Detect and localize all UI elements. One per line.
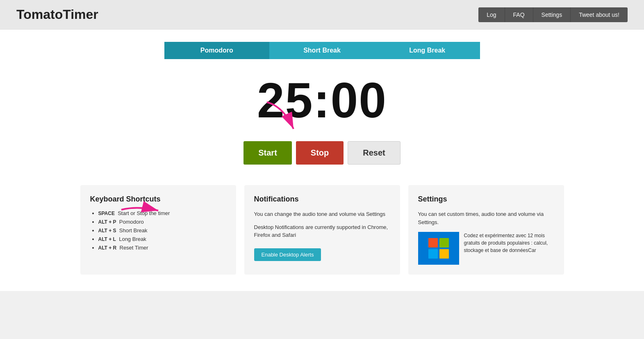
settings-info-card: Settings You can set custom times, audio…	[408, 185, 564, 275]
ms-green-cell	[439, 238, 449, 247]
ms-yellow-cell	[439, 249, 449, 259]
settings-info-text: You can set custom times, audio tone and…	[418, 210, 554, 226]
microsoft-logo	[418, 232, 459, 265]
shortcuts-arrow	[117, 193, 166, 226]
timer-tabs: Pomodoro Short Break Long Break	[164, 30, 480, 59]
stop-button[interactable]: Stop	[296, 141, 344, 165]
microsoft-ad-text: Codez et expérimentez avec 12 mois gratu…	[464, 232, 554, 254]
tweet-button[interactable]: Tweet about us!	[571, 7, 628, 22]
timer-display: 25:00	[0, 59, 644, 133]
notifications-card: Notifications You can change the audio t…	[244, 185, 400, 275]
start-button[interactable]: Start	[243, 141, 292, 165]
shortcut-alt-s: ALT + S Short Break	[98, 227, 226, 234]
microsoft-ad: Codez et expérimentez avec 12 mois gratu…	[418, 232, 554, 265]
shortcut-alt-l: ALT + L Long Break	[98, 236, 226, 242]
settings-info-title: Settings	[418, 195, 554, 204]
notifications-text1: You can change the audio tone and volume…	[254, 210, 390, 218]
log-button[interactable]: Log	[478, 7, 505, 22]
ms-red-cell	[428, 238, 438, 247]
settings-button[interactable]: Settings	[533, 7, 571, 22]
timer-controls: Start Stop Reset	[243, 141, 401, 165]
tab-long-break[interactable]: Long Break	[375, 42, 480, 59]
header-nav: Log FAQ Settings Tweet about us!	[478, 7, 628, 22]
ms-grid	[428, 238, 449, 259]
start-arrow	[259, 98, 308, 139]
tab-pomodoro[interactable]: Pomodoro	[164, 42, 270, 59]
main-content: Pomodoro Short Break Long Break 25:00 St…	[0, 30, 644, 291]
notifications-title: Notifications	[254, 195, 390, 204]
shortcut-alt-r: ALT + R Reset Timer	[98, 245, 226, 251]
ms-blue-cell	[428, 249, 438, 259]
header: TomatoTimer Log FAQ Settings Tweet about…	[0, 0, 644, 30]
tab-short-break[interactable]: Short Break	[269, 42, 375, 59]
app-title: TomatoTimer	[16, 7, 98, 22]
faq-button[interactable]: FAQ	[505, 7, 533, 22]
notifications-text2: Desktop Notifications are currently supp…	[254, 223, 390, 239]
reset-button[interactable]: Reset	[348, 141, 400, 165]
enable-alerts-button[interactable]: Enable Desktop Alerts	[254, 248, 321, 261]
